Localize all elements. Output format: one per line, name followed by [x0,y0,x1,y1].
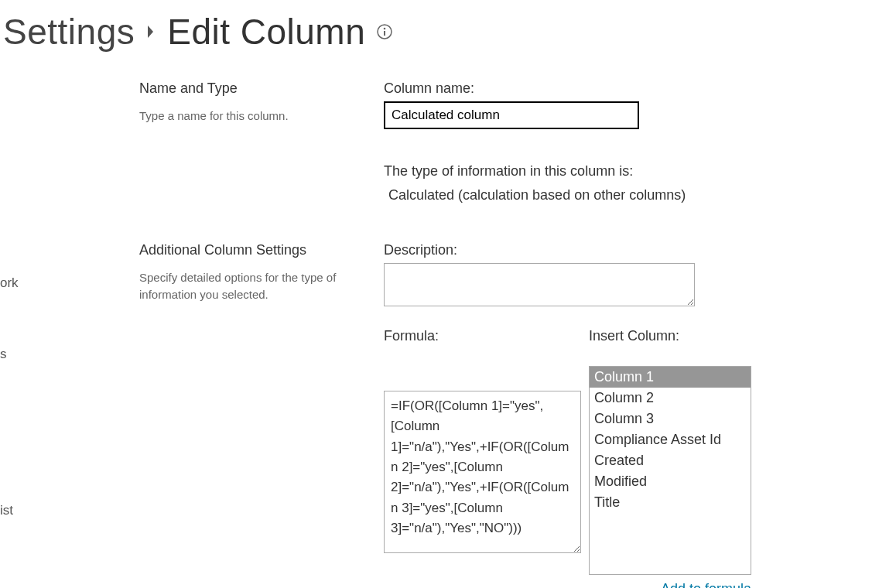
insert-column-option[interactable]: Column 1 [590,367,751,388]
section-title-name-type: Name and Type [139,80,379,97]
insert-column-label: Insert Column: [589,328,751,344]
section-title-additional: Additional Column Settings [139,242,379,258]
insert-column-option[interactable]: Column 3 [590,409,751,429]
column-name-label: Column name: [384,80,865,97]
formula-textarea[interactable] [384,391,581,553]
section-help-additional: Specify detailed options for the type of… [139,269,356,303]
section-name-and-type: Name and Type Type a name for this colum… [139,80,896,203]
left-nav-fragment: ork [0,275,19,291]
insert-column-option[interactable]: Modified [590,471,751,492]
insert-column-option[interactable]: Compliance Asset Id [590,429,751,450]
insert-column-option[interactable]: Title [590,492,751,513]
formula-label: Formula: [384,328,581,344]
description-textarea[interactable] [384,263,695,306]
type-info-value: Calculated (calculation based on other c… [384,187,865,203]
page-title: Edit Column [167,14,365,50]
svg-point-1 [384,28,386,30]
info-icon[interactable] [376,23,393,40]
column-name-input[interactable] [384,101,639,129]
insert-column-option[interactable]: Column 2 [590,388,751,409]
left-nav-fragment: s [0,347,7,362]
svg-rect-2 [384,31,385,36]
chevron-right-icon [145,24,156,39]
breadcrumb-settings[interactable]: Settings [3,14,135,50]
section-help-name-type: Type a name for this column. [139,108,356,125]
breadcrumb: Settings Edit Column [0,0,896,80]
type-info-lead: The type of information in this column i… [384,163,865,179]
left-nav-fragment: ist [0,503,13,518]
add-to-formula-link[interactable]: Add to formula [661,581,751,588]
insert-column-option[interactable]: Created [590,450,751,471]
section-additional-settings: Additional Column Settings Specify detai… [139,242,896,588]
insert-column-list[interactable]: Column 1Column 2Column 3Compliance Asset… [589,366,751,575]
description-label: Description: [384,242,865,258]
